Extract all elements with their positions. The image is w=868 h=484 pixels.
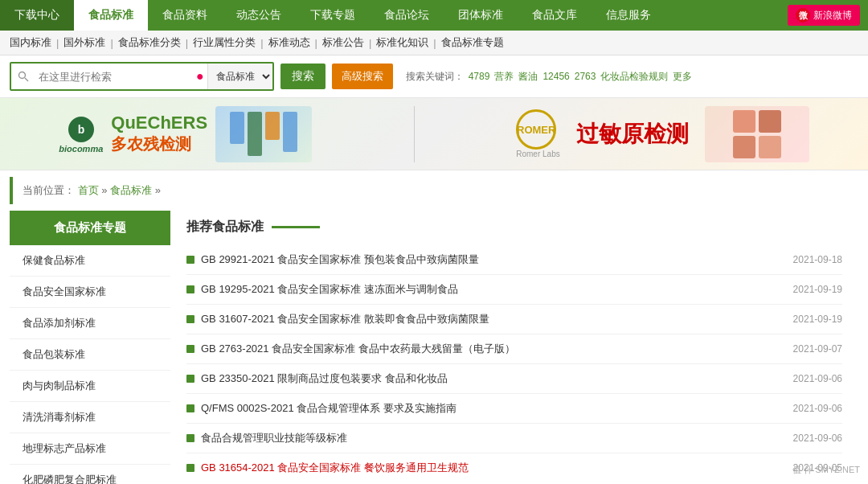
search-bar: ● 食品标准 全文检索 标准编号 搜索 高级搜索 搜索关键词： 4789 营养 … [0,55,868,98]
article-dot [186,464,194,472]
article-link-red[interactable]: GB 31654-2021 食品安全国家标准 餐饮服务通用卫生规范 [201,461,787,475]
keyword-2763[interactable]: 2763 [575,71,596,82]
search-input[interactable] [35,64,196,89]
guomin-brand: 过敏原检测 [576,119,689,150]
banner-left[interactable]: b biocomma QuEChERS 多农残检测 [43,98,328,170]
weibo-button[interactable]: 微 新浪微博 [788,5,860,26]
sidebar-item-fertilizer[interactable]: 化肥磷肥复合肥标准 [10,465,170,484]
main-layout: 食品标准专题 保健食品标准 食品安全国家标准 食品添加剂标准 食品包装标准 肉与… [10,211,858,484]
sub-nav-item-category[interactable]: 食品标准分类 [118,35,181,50]
banner-left-image [215,106,312,162]
search-keywords-label: 搜索关键词： [406,70,464,84]
weibo-label: 新浪微博 [813,9,852,23]
article-link[interactable]: GB 23350-2021 限制商品过度包装要求 食品和化妆品 [201,371,787,386]
top-nav-item-group-standard[interactable]: 团体标准 [444,0,518,31]
advanced-search-button[interactable]: 高级搜索 [332,64,393,89]
search-input-wrap: ● 食品标准 全文检索 标准编号 [10,62,274,91]
article-dot [186,434,194,442]
search-keywords-area: 搜索关键词： 4789 营养 酱油 12456 2763 化妆品检验规则 更多 [406,70,693,84]
article-dot [186,285,194,293]
article-link[interactable]: GB 19295-2021 食品安全国家标准 速冻面米与调制食品 [201,282,787,297]
romer-circle: ROMER [516,109,556,150]
article-date: 2021-09-06 [793,433,842,444]
keyword-12456[interactable]: 12456 [542,71,569,82]
top-nav-item-download-special[interactable]: 下载专题 [296,0,370,31]
content-title-wrap: 推荐食品标准 [186,219,842,236]
breadcrumb-sep1: » [101,184,110,196]
top-nav-item-news[interactable]: 动态公告 [222,0,296,31]
top-nav-item-library[interactable]: 食品文库 [518,0,592,31]
sidebar: 食品标准专题 保健食品标准 食品安全国家标准 食品添加剂标准 食品包装标准 肉与… [10,211,170,484]
sidebar-item-additives[interactable]: 食品添加剂标准 [10,308,170,339]
sub-nav-item-special[interactable]: 食品标准专题 [441,35,504,50]
article-link[interactable]: GB 2763-2021 食品安全国家标准 食品中农药最大残留量（电子版） [201,342,787,356]
svg-text:b: b [78,123,85,136]
banner-right-image [705,106,809,162]
content-title-text: 推荐食品标准 [186,219,264,236]
top-nav-item-food-standard[interactable]: 食品标准 [74,0,148,31]
article-date: 2021-09-07 [793,343,842,355]
sidebar-item-geographic[interactable]: 地理标志产品标准 [10,433,170,465]
watermark: 值 什 SMYZ.NET [792,464,860,476]
keyword-more[interactable]: 更多 [673,70,692,84]
guomin-title: 过敏原检测 [576,119,689,150]
article-item: GB 31607-2021 食品安全国家标准 散装即食食品中致病菌限量 2021… [186,305,842,334]
romer-sublabel: Romer Labs [516,150,559,158]
article-dot [186,256,194,264]
article-link[interactable]: GB 31607-2021 食品安全国家标准 散装即食食品中致病菌限量 [201,312,787,326]
romer-logo-wrap: ROMER Romer Labs [516,109,559,158]
banner-right[interactable]: ROMER Romer Labs 过敏原检测 [500,98,825,170]
sub-nav-item-announcement[interactable]: 标准公告 [322,35,364,50]
article-date: 2021-09-06 [793,373,842,384]
sub-nav-item-industry[interactable]: 行业属性分类 [193,35,256,50]
sub-nav: 国内标准 | 国外标准 | 食品标准分类 | 行业属性分类 | 标准动态 | 标… [0,31,868,55]
article-dot [186,404,194,412]
article-item: GB 19295-2021 食品安全国家标准 速冻面米与调制食品 2021-09… [186,275,842,305]
article-item: GB 2763-2021 食品安全国家标准 食品中农药最大残留量（电子版） 20… [186,334,842,364]
top-nav-item-forum[interactable]: 食品论坛 [370,0,444,31]
article-list: GB 29921-2021 食品安全国家标准 预包装食品中致病菌限量 2021-… [186,245,842,482]
article-link[interactable]: 食品合规管理职业技能等级标准 [201,431,787,445]
search-button[interactable]: 搜索 [280,64,326,89]
sidebar-item-packaging[interactable]: 食品包装标准 [10,339,170,371]
quechers-brand: QuEChERS 多农残检测 [111,113,207,155]
sidebar-item-meat[interactable]: 肉与肉制品标准 [10,371,170,402]
breadcrumb-home[interactable]: 首页 [78,184,99,196]
keyword-nutrition[interactable]: 营养 [494,70,514,84]
top-nav-item-download[interactable]: 下载中心 [0,0,74,31]
keyword-cosmetics[interactable]: 化妆品检验规则 [600,70,668,84]
sidebar-item-national-safety[interactable]: 食品安全国家标准 [10,277,170,308]
breadcrumb-prefix: 当前位置： [23,184,75,196]
breadcrumb-section[interactable]: 食品标准 [110,184,152,196]
weibo-icon: 微 [796,8,810,23]
search-category-select[interactable]: 食品标准 全文检索 标准编号 [207,64,272,89]
biocomma-logo: b biocomma [59,115,103,154]
biocomma-text: biocomma [59,144,103,154]
banner-divider [414,106,415,162]
search-icon [11,64,35,89]
article-item: 食品合规管理职业技能等级标准 2021-09-06 [186,424,842,453]
sidebar-item-health[interactable]: 保健食品标准 [10,245,170,277]
sub-nav-item-foreign[interactable]: 国外标准 [63,35,105,50]
article-date: 2021-09-18 [793,254,842,265]
article-date: 2021-09-06 [793,403,842,414]
article-link[interactable]: GB 29921-2021 食品安全国家标准 预包装食品中致病菌限量 [201,252,787,267]
top-nav-item-food-info[interactable]: 食品资料 [148,0,222,31]
article-item: GB 29921-2021 食品安全国家标准 预包装食品中致病菌限量 2021-… [186,245,842,275]
article-dot [186,315,194,323]
article-item: GB 31654-2021 食品安全国家标准 餐饮服务通用卫生规范 2021-0… [186,453,842,482]
keyword-4789[interactable]: 4789 [469,71,490,82]
keyword-soy-sauce[interactable]: 酱油 [518,70,538,84]
top-nav: 下载中心 食品标准 食品资料 动态公告 下载专题 食品论坛 团体标准 食品文库 … [0,0,868,31]
sidebar-title: 食品标准专题 [10,211,170,245]
top-nav-item-info-service[interactable]: 信息服务 [592,0,665,31]
sub-nav-item-knowledge[interactable]: 标准化知识 [376,35,428,50]
sub-nav-item-domestic[interactable]: 国内标准 [10,35,51,50]
sub-nav-item-dynamics[interactable]: 标准动态 [268,35,310,50]
breadcrumb: 当前位置： 首页 » 食品标准 » [10,177,858,204]
sidebar-item-cleaning[interactable]: 清洗消毒剂标准 [10,402,170,433]
content-area: 推荐食品标准 GB 29921-2021 食品安全国家标准 预包装食品中致病菌限… [170,211,858,484]
content-title-bar [272,226,320,228]
article-link[interactable]: Q/FMS 0002S-2021 食品合规管理体系 要求及实施指南 [201,401,787,416]
search-dot: ● [196,69,207,84]
